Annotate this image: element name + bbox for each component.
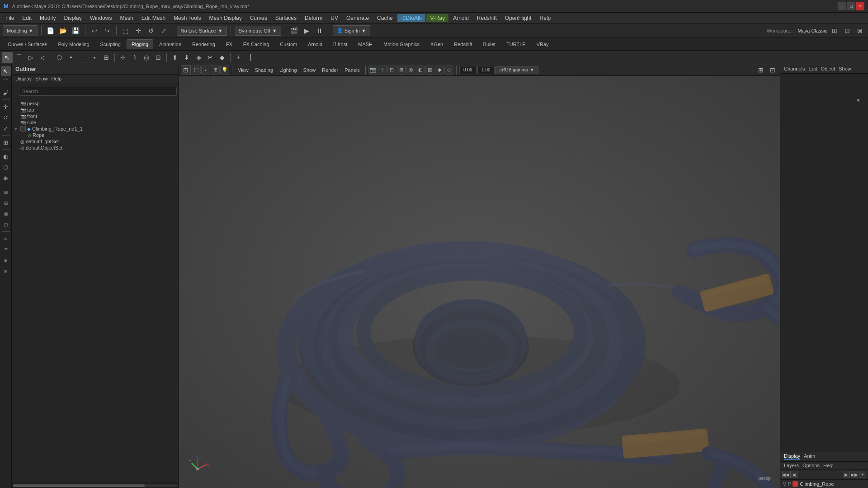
- vp-heads-btn[interactable]: ⊡: [387, 66, 396, 75]
- layer-next-btn[interactable]: ▶▶: [851, 471, 858, 478]
- tool-select[interactable]: ↖: [1, 66, 11, 76]
- vp-grid-btn[interactable]: ⊹: [378, 66, 387, 75]
- tool-lasso[interactable]: ⌒: [14, 52, 24, 63]
- tool-rotate[interactable]: ↺: [1, 113, 11, 122]
- layer-prev2-btn[interactable]: ◀: [790, 471, 797, 478]
- menu-surfaces[interactable]: Surfaces: [272, 14, 300, 22]
- tree-item-rope[interactable]: ◇ Rope: [12, 132, 179, 138]
- tab-curves-surfaces[interactable]: Curves / Surfaces: [3, 39, 52, 49]
- tool-group3[interactable]: ⊠: [1, 209, 11, 219]
- vp-env-btn[interactable]: ◆: [435, 66, 444, 75]
- tool-face[interactable]: ▪: [89, 52, 100, 63]
- search-filter-icon[interactable]: ▼: [856, 98, 861, 103]
- render-btn-1[interactable]: 🎬: [289, 25, 300, 36]
- outliner-menu-help[interactable]: Help: [52, 76, 62, 81]
- tool-vertex[interactable]: •: [66, 52, 76, 63]
- menu-arnold[interactable]: Arnold: [449, 14, 472, 22]
- vp-exposure-field[interactable]: [459, 66, 476, 74]
- vp-ao-btn[interactable]: ◎: [406, 66, 415, 75]
- tab-redshift[interactable]: Redshift: [449, 39, 477, 49]
- tool-plus[interactable]: +: [233, 52, 244, 63]
- tool-universal[interactable]: ⊞: [1, 137, 11, 147]
- open-scene-btn[interactable]: 📂: [58, 25, 69, 36]
- tool-group2[interactable]: ⊟: [1, 198, 11, 208]
- tool-layer4[interactable]: ≡: [1, 266, 11, 276]
- tree-item-default-light-set[interactable]: ◎ defaultLightSet: [12, 138, 179, 145]
- vp-texture-btn[interactable]: ⊞: [211, 66, 220, 75]
- outliner-menu-show[interactable]: Show: [35, 76, 48, 81]
- minimize-btn[interactable]: ─: [838, 2, 846, 10]
- edit-menu[interactable]: Edit: [808, 66, 817, 71]
- tab-motion-graphics[interactable]: Motion Graphics: [378, 39, 425, 49]
- vp-renderer-btn[interactable]: ⊡: [181, 65, 191, 75]
- vp-gamma-field[interactable]: [477, 66, 495, 74]
- layer-subtab-layers[interactable]: Layers: [784, 463, 799, 468]
- tool-extrude[interactable]: ⬆: [170, 52, 180, 63]
- vp-light-btn[interactable]: 💡: [220, 66, 229, 75]
- viewport-canvas[interactable]: persp X Y Z: [179, 76, 780, 488]
- tool-group4[interactable]: ⊡: [1, 220, 11, 230]
- tool-bevel[interactable]: ◈: [193, 52, 204, 63]
- tool-layer1[interactable]: ≡: [1, 234, 11, 244]
- menu-file[interactable]: File: [2, 14, 18, 22]
- vp-menu-shading[interactable]: Shading: [252, 66, 276, 74]
- menu-openflight[interactable]: OpenFlight: [501, 14, 535, 22]
- menu-modify[interactable]: Modify: [36, 14, 59, 22]
- layer-add-btn[interactable]: +: [859, 471, 866, 478]
- vp-wireframe-btn[interactable]: ⬚: [192, 66, 201, 75]
- workspace-icon-btn2[interactable]: ⊠: [854, 25, 865, 36]
- tab-turtle[interactable]: TURTLE: [501, 39, 531, 49]
- tool-snap-curve[interactable]: ⌇: [129, 52, 140, 63]
- maximize-btn[interactable]: □: [847, 2, 855, 10]
- undo-btn[interactable]: ↩: [89, 25, 100, 36]
- vp-corner-btn-1[interactable]: ⊞: [755, 65, 766, 75]
- tree-item-side[interactable]: 📷 side: [12, 119, 179, 126]
- object-menu[interactable]: Object: [821, 66, 835, 71]
- show-menu[interactable]: Show: [839, 66, 851, 71]
- tool-edge[interactable]: —: [77, 52, 88, 63]
- tool-move[interactable]: ✛: [1, 102, 11, 112]
- menu-3dto[interactable]: -3DtoAll-: [397, 14, 426, 22]
- tool-target-weld[interactable]: ◆: [217, 52, 227, 63]
- tool-group1[interactable]: ⊞: [1, 187, 11, 197]
- symmetry-btn[interactable]: Symmetry: Off ▼: [235, 26, 281, 36]
- redo-btn[interactable]: ↪: [102, 25, 113, 36]
- vp-menu-render[interactable]: Render: [319, 66, 341, 74]
- tab-bifrost[interactable]: Bifrost: [328, 39, 352, 49]
- vp-colorspace-btn[interactable]: sRGB gamma ▼: [495, 66, 538, 74]
- workspace-expand-btn[interactable]: ⊞: [829, 25, 840, 36]
- menu-edit[interactable]: Edit: [19, 14, 35, 22]
- menu-deform[interactable]: Deform: [301, 14, 326, 22]
- vp-menu-view[interactable]: View: [235, 66, 251, 74]
- menu-mesh[interactable]: Mesh: [116, 14, 137, 22]
- tool-show-manip[interactable]: ⊕: [1, 173, 11, 183]
- render-btn-2[interactable]: ▶: [302, 25, 312, 36]
- menu-curves[interactable]: Curves: [246, 14, 271, 22]
- close-btn[interactable]: ✕: [856, 2, 864, 10]
- tab-rigging[interactable]: Rigging: [127, 39, 153, 49]
- tool-select-mode[interactable]: ↖: [2, 52, 13, 63]
- tab-fx[interactable]: FX: [221, 39, 237, 49]
- vp-menu-panels[interactable]: Panels: [342, 66, 363, 74]
- tab-xgen[interactable]: XGen: [425, 39, 448, 49]
- layer-subtab-help[interactable]: Help: [823, 463, 834, 468]
- tab-animation[interactable]: Animation: [154, 39, 186, 49]
- tool-lasso2[interactable]: ⌒: [1, 77, 11, 87]
- menu-mesh-display[interactable]: Mesh Display: [206, 14, 245, 22]
- tool-paint[interactable]: ▷: [25, 52, 36, 63]
- menu-uv[interactable]: UV: [327, 14, 342, 22]
- tool-multi-cut[interactable]: ✂: [205, 52, 216, 63]
- tab-rendering[interactable]: Rendering: [187, 39, 220, 49]
- tab-poly-modeling[interactable]: Poly Modeling: [53, 39, 94, 49]
- menu-display[interactable]: Display: [60, 14, 85, 22]
- menu-generate[interactable]: Generate: [343, 14, 373, 22]
- tree-item-top[interactable]: 📷 top: [12, 107, 179, 113]
- menu-cache[interactable]: Cache: [373, 14, 396, 22]
- scale-tool-btn[interactable]: ⤢: [158, 25, 169, 36]
- tool-sculpt[interactable]: ⬡: [1, 162, 11, 172]
- menu-redshift[interactable]: Redshift: [473, 14, 500, 22]
- menu-edit-mesh[interactable]: Edit Mesh: [138, 14, 169, 22]
- tab-sculpting[interactable]: Sculpting: [95, 39, 126, 49]
- layer-tab-anim[interactable]: Anim: [804, 453, 815, 460]
- vp-aa-btn[interactable]: ⊠: [397, 66, 406, 75]
